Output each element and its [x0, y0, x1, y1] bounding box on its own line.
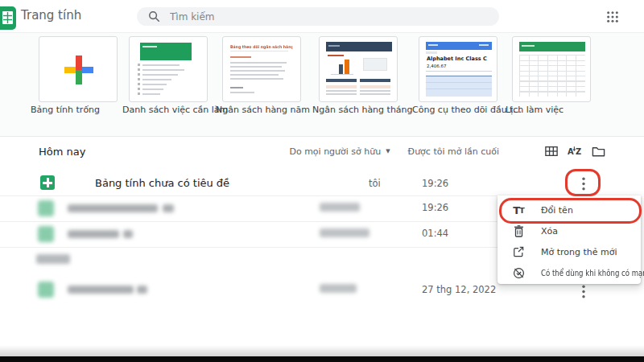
redacted-file-icon: [38, 200, 54, 216]
template-gallery: Bảng tính trống Danh sách việc cần làm B…: [0, 32, 644, 137]
thumb-investment-title: Alphabet Inc Class C: [427, 56, 487, 62]
page-title: Trang tính: [21, 8, 81, 23]
redacted-file-name: [68, 230, 119, 238]
thumb-annual-title: Bảng theo dõi ngân sách hàng năm: [230, 44, 292, 49]
redacted-file-name-suffix: [137, 286, 147, 294]
context-menu: TT Đổi tên Xóa: [497, 195, 641, 284]
open-in-new-icon: [511, 245, 526, 259]
template-card-monthly-budget[interactable]: [319, 36, 398, 102]
file-last-opened: 19:26: [422, 178, 448, 189]
menu-item-delete[interactable]: Xóa: [497, 220, 641, 241]
template-card-schedule[interactable]: [512, 36, 591, 102]
menu-item-label: Xóa: [541, 226, 558, 237]
menu-item-open-new-tab[interactable]: Mở trong thẻ mới: [497, 241, 641, 262]
google-apps-grid-icon[interactable]: [605, 9, 621, 25]
file-last-opened: 19:26: [422, 202, 448, 213]
rename-icon: TT: [511, 203, 526, 217]
template-label: Ngân sách hàng năm: [216, 105, 310, 115]
template-card-todo[interactable]: [129, 36, 208, 102]
sheets-home-screen: Trang tính Bảng tính trống: [0, 0, 644, 362]
redacted-file-icon: [38, 226, 54, 242]
redacted-group-label: [36, 254, 70, 264]
grid-view-icon[interactable]: [544, 144, 559, 158]
search-input[interactable]: [170, 11, 468, 23]
sheets-logo-icon[interactable]: [0, 6, 16, 30]
redacted-file-name-suffix: [123, 230, 133, 238]
file-owner: tôi: [369, 178, 381, 189]
list-filter-bar: Do mọi người sở hữu ▼ Được tôi mở lần cu…: [289, 144, 605, 158]
thumb-investment-price: 2,406.67: [427, 64, 447, 68]
svg-text:Z: Z: [576, 147, 581, 156]
file-name: Bảng tính chưa có tiêu đề: [95, 177, 229, 189]
sheets-file-icon: [40, 175, 55, 190]
template-card-investment[interactable]: Alphabet Inc Class C 2,406.67: [419, 36, 497, 102]
menu-item-label: Đổi tên: [541, 205, 573, 216]
chevron-down-icon: ▼: [386, 148, 390, 154]
search-bar[interactable]: [137, 7, 499, 26]
template-label: Ngân sách hàng tháng: [312, 105, 413, 115]
file-last-opened: 27 thg 12, 2022: [422, 284, 496, 295]
template-label: Bảng tính trống: [31, 105, 100, 115]
redacted-file-owner: [320, 203, 360, 212]
svg-text:A: A: [568, 147, 574, 156]
owner-filter-label: Do mọi người sở hữu: [289, 146, 381, 157]
redacted-file-owner: [320, 284, 357, 293]
template-label: Danh sách việc cần làm: [122, 105, 228, 115]
trash-icon: [511, 224, 526, 238]
last-opened-column-label: Được tôi mở lần cuối: [408, 146, 499, 157]
section-title-today: Hôm nay: [39, 146, 85, 158]
search-icon: [148, 10, 160, 23]
open-file-picker-folder-icon[interactable]: [591, 144, 605, 158]
redacted-file-icon: [38, 282, 54, 298]
bottom-shadow: [0, 345, 644, 356]
template-card-annual-budget[interactable]: Bảng theo dõi ngân sách hàng năm: [222, 36, 301, 102]
offline-check-icon: [511, 265, 526, 280]
file-row[interactable]: Bảng tính chưa có tiêu đề tôi 19:26: [0, 171, 605, 196]
redacted-file-owner: [320, 228, 369, 237]
more-actions-icon[interactable]: [575, 173, 592, 194]
menu-item-available-offline[interactable]: Có thể dùng khi không có mạng: [497, 262, 641, 283]
sort-az-icon[interactable]: A Z: [568, 144, 582, 158]
file-last-opened: 01:44: [422, 228, 448, 239]
template-card-blank[interactable]: [39, 36, 118, 102]
owner-filter-dropdown[interactable]: Do mọi người sở hữu ▼: [289, 146, 390, 157]
redacted-file-name: [68, 204, 158, 212]
menu-item-label: Mở trong thẻ mới: [541, 247, 617, 257]
redacted-file-name-suffix: [163, 204, 174, 212]
menu-item-rename[interactable]: TT Đổi tên: [497, 200, 641, 220]
redacted-file-name: [68, 286, 134, 294]
bottom-black-bar: [0, 356, 644, 362]
template-label: Lịch làm việc: [506, 105, 564, 115]
top-header: Trang tính: [0, 0, 644, 32]
menu-item-label: Có thể dùng khi không có mạng: [541, 268, 644, 278]
